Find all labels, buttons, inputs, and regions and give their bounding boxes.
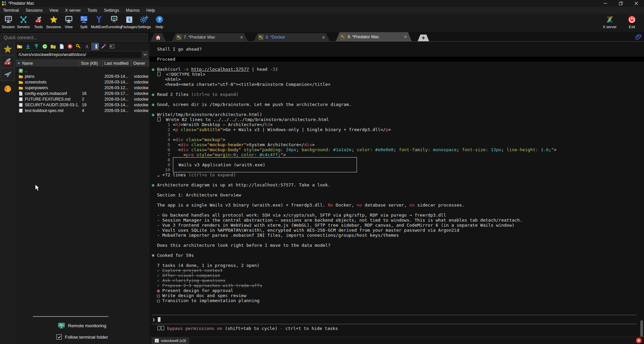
file-toolbar-panel-toggle-button[interactable] [92,43,99,50]
panel-toggle-icon [92,44,98,49]
terminal-line: 2 <p class="subtitle">Go + Wails v3 | Wi… [149,127,644,132]
quick-connect-input[interactable] [1,34,148,42]
toolbar-label: Session [2,25,15,29]
file-toolbar-magic-wand-button[interactable] [100,43,107,50]
file-toolbar-font-button[interactable]: A [83,43,90,50]
menu-macros[interactable]: Macros [126,8,140,13]
file-row-plans[interactable]: plans2026-03-14...vstockw [15,73,149,79]
toolbar-session-button[interactable]: Session [1,14,16,29]
terminal-line [149,238,644,243]
new-tab-button[interactable] [418,35,429,41]
status-user-tab[interactable]: vstockwell (x3) [152,338,189,344]
follow-terminal-folder[interactable]: Follow terminal folder [15,334,149,340]
menu-tools[interactable]: Tools [87,8,97,13]
follow-terminal-checkbox[interactable] [56,334,62,340]
file-toolbar-terminal-small-button[interactable] [108,43,116,50]
file-toolbar-new-folder-button[interactable] [50,43,57,50]
file-row-[interactable]: .. [15,68,149,73]
settings-gears-icon [140,15,149,24]
file-toolbar-upload-button[interactable] [33,43,40,50]
file-row-screenshots[interactable]: screenshots2026-03-14...vstockw [15,79,149,85]
terminal-pane[interactable]: Shall I go ahead? Proceed● Bash(curl -s … [149,42,644,337]
strip-paper-plane-macros-button[interactable] [1,68,15,81]
file-browser-panel: A NameSize (KB)Last modifiedOwner ..plan… [15,42,149,344]
file-row-future-features-md[interactable]: FUTURE-FEATURES.md22026-03-14...vstockw [15,96,149,102]
strip-star-favorites-button[interactable] [1,42,15,55]
toolbar-tools-button[interactable]: Tools [31,14,46,29]
terminal-line [149,177,644,182]
terminal-line: ■ Present design for approval [149,288,644,293]
toolbar-servers-button[interactable]: Servers [16,14,31,29]
column-header-last-modified[interactable]: Last modified [103,60,132,67]
column-header-name[interactable]: Name [15,60,79,67]
menu-settings[interactable]: Settings [104,8,119,13]
terminal-line [149,258,644,263]
terminal-line: 5 <div class="mockup-header">System Arch… [149,142,644,147]
app-logo-icon [2,1,6,6]
ascii-diagram-box: Wails v3 Application (wraith.exe) [173,157,357,172]
tab-close-icon[interactable] [322,36,325,39]
path-input[interactable] [16,51,142,58]
file-row-superpowers[interactable]: superpowers2026-03-12...vstockw [15,85,149,91]
path-bar [16,51,148,58]
toolbar-view-button[interactable]: View [61,14,76,29]
menu-terminal[interactable]: Terminal [3,8,19,13]
toolbar-packages-button[interactable]: Packages [122,14,137,29]
terminal-line: ● Good, screen dir is /tmp/brainstorm. L… [149,102,644,107]
kill-session-button[interactable] [636,338,642,343]
tab-7-predator-mac[interactable]: 7. *Predator Mac [172,33,248,41]
file-toolbar-delete-button[interactable] [66,43,74,50]
terminal-scrollbar-thumb[interactable] [640,321,643,337]
paperclip-icon[interactable] [635,33,642,41]
terminal-output: Shall I go ahead? Proceed● Bash(curl -s … [149,42,644,303]
file-toolbar-key-button[interactable] [75,43,82,50]
terminal-line: 4 <div class="mockup"> [149,137,644,142]
file-name: .. [25,68,27,73]
file-toolbar-new-file-button[interactable] [58,43,65,50]
restore-button[interactable] [613,0,629,7]
toolbar-settings-button[interactable]: Settings [137,14,152,29]
file-md-icon [18,103,23,107]
packages-box-icon [125,15,134,24]
app-window: *Predator Mac TerminalSessionsViewX serv… [0,0,644,344]
tab-9-predator-mac[interactable]: 9. *Predator Mac [336,32,412,41]
menu-view[interactable]: View [49,8,58,13]
terminal-line: ✓ Explore project context [149,268,644,273]
tab-8-docker[interactable]: 8. *Docker [254,33,330,41]
toolbar-tunneling-button[interactable]: Tunneling [106,14,122,29]
toolbar-sessions-button[interactable]: Sessions [46,14,61,29]
toolbar-label: Split [80,25,87,29]
paper-plane-macros-icon [3,69,13,79]
column-header-size-kb[interactable]: Size (KB) [79,60,103,67]
menu-x-server[interactable]: X server [65,8,81,13]
tab-close-icon[interactable] [404,35,407,38]
strip-swiss-knife-tools-button[interactable] [1,55,15,68]
menu-help[interactable]: Help [146,8,155,13]
session-monitor-icon [4,15,13,24]
column-header-owner[interactable]: Owner [132,60,149,67]
terminal-prompt[interactable]: ❯ [151,315,637,324]
tab-close-icon[interactable] [240,36,243,39]
file-toolbar-download-button[interactable] [25,43,32,50]
file-row-test-buildout-spec-md[interactable]: test-buildout-spec.md42026-03-14...vstoc… [15,108,149,113]
file-row-security-audit-2026-03-1[interactable]: SECURITY-AUDIT-2026-03-1...192026-03-14.… [15,102,149,108]
toolbar-multiexec-button[interactable]: MultiExec [91,14,106,29]
toolbar-exit-button[interactable]: Exit [623,14,641,29]
file-md-icon [18,97,23,102]
file-toolbar-refresh-button[interactable] [41,43,48,50]
file-toolbar-folder-up-button[interactable] [16,43,23,50]
path-dropdown-button[interactable] [142,51,148,58]
minimize-button[interactable] [598,0,613,7]
file-row-config-export-mobaconf[interactable]: config-export.mobaconf162026-03-17...vst… [15,91,149,96]
tab-key-icon [340,35,345,39]
toolbar-split-button[interactable]: Split [76,14,91,29]
terminal-line: - Vault uses SQLite in %APPDATA%\Wraith\… [149,228,644,233]
toolbar-x-server-button[interactable]: X server [600,14,619,29]
remote-monitoring[interactable]: Remote monitoring [15,323,149,329]
close-button[interactable] [629,0,644,7]
tab-home[interactable] [150,33,166,41]
terminal-line: The app is a single Wails v3 binary (wra… [149,203,644,208]
toolbar-help-button[interactable]: ?Help [152,14,167,29]
menu-sessions[interactable]: Sessions [26,8,43,13]
strip-globe-button[interactable] [1,84,15,93]
